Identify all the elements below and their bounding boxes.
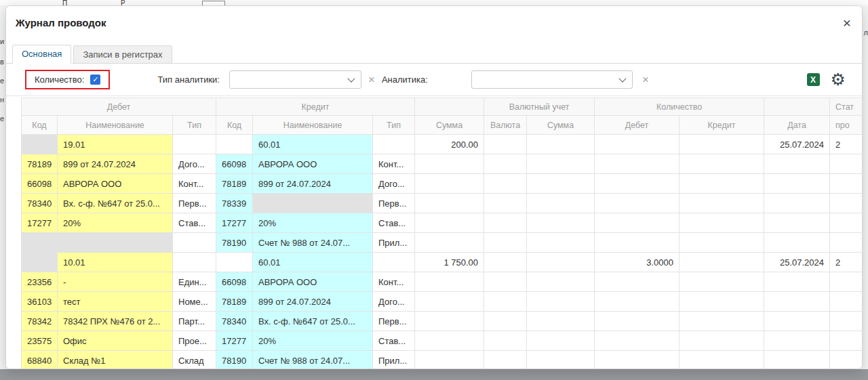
tab-label: Записи в регистрах — [83, 49, 162, 60]
table-cell: 78189 — [216, 174, 253, 194]
table-column-header-row: КодНаименованиеТипКодНаименованиеТипСумм… — [22, 116, 863, 135]
tab-label: Основная — [22, 49, 62, 59]
background-fragment: в — [0, 58, 4, 66]
table-cell — [527, 351, 595, 370]
table-cell: 23575 — [22, 331, 58, 351]
analytics-select[interactable] — [471, 70, 633, 89]
table-cell — [415, 292, 484, 312]
table-cell — [764, 351, 830, 370]
background-fragment: Р — [121, 0, 125, 5]
table-cell — [373, 253, 415, 272]
table-cell — [595, 233, 679, 253]
table-cell: Счет № 988 от 24.07... — [253, 233, 373, 253]
table-cell: Дого... — [373, 292, 415, 312]
table-cell — [484, 312, 527, 331]
table-cell — [173, 233, 216, 253]
table-group-header: Кредит — [216, 98, 415, 116]
table-cell — [830, 194, 863, 213]
table-cell — [679, 351, 764, 370]
table-cell — [595, 292, 679, 312]
table-row[interactable]: 36103тестНоме...78189899 от 24.07.2024До… — [22, 292, 863, 312]
table-cell — [595, 351, 679, 370]
background-fragment: и — [0, 37, 4, 45]
table-row[interactable]: 23356-Един...66098АВРОРА ОООКонт... — [22, 272, 863, 292]
journal-dialog: Журнал проводок × Основная Записи в реги… — [5, 5, 863, 369]
close-icon[interactable]: × — [843, 16, 851, 30]
table-row[interactable]: 7834278342 ПРХ №476 от 2...Парт...78340В… — [22, 312, 863, 331]
table-cell: 78340 — [22, 194, 58, 213]
table-cell: 2 — [830, 135, 863, 154]
table-column-header: Кредит — [679, 116, 764, 135]
analytics-input[interactable] — [428, 71, 471, 88]
table-cell: 899 от 24.07.2024 — [58, 154, 173, 174]
table-cell — [527, 253, 595, 272]
analytics-type-select[interactable] — [229, 70, 361, 89]
gear-icon[interactable]: ⚙ — [831, 71, 846, 88]
excel-export-icon[interactable]: X — [807, 73, 820, 86]
table-row[interactable]: 78189899 от 24.07.2024Дого...66098АВРОРА… — [22, 154, 863, 174]
table-cell — [484, 154, 527, 174]
table-row[interactable]: 1727720%Став...1727720%Став... — [22, 213, 863, 233]
table-cell: 899 от 24.07.2024 — [253, 174, 373, 194]
table-cell: Парт... — [173, 312, 216, 331]
table-cell: тест — [58, 292, 173, 312]
table-cell — [415, 213, 484, 233]
quantity-checkbox[interactable]: ✓ — [90, 75, 100, 85]
table-cell: 60.01 — [253, 253, 373, 272]
table-cell — [830, 174, 863, 194]
table-cell: 78339 — [216, 194, 253, 213]
table-cell — [595, 272, 679, 292]
table-cell: Склад №1 — [58, 351, 173, 370]
table-row[interactable]: 10.0160.011 750.003.000025.07.20242 — [22, 253, 863, 272]
table-cell — [373, 135, 415, 154]
table-cell — [764, 233, 830, 253]
table-column-header: про — [830, 116, 863, 135]
table-cell — [595, 174, 679, 194]
table-cell — [679, 135, 764, 154]
tab-main[interactable]: Основная — [12, 45, 71, 64]
table-row[interactable]: 78190Счет № 988 от 24.07...Прил... — [22, 233, 863, 253]
table-cell: 2 — [830, 253, 863, 272]
clear-analytics-type-icon[interactable]: × — [368, 74, 375, 85]
clear-analytics-icon[interactable]: × — [642, 74, 649, 85]
table-cell: 20% — [58, 213, 173, 233]
table-cell: 66098 — [22, 174, 58, 194]
table-cell — [484, 253, 527, 272]
table-group-header: Количество — [595, 98, 764, 116]
table-cell: 66098 — [216, 154, 253, 174]
table-row[interactable]: 19.0160.01200.0025.07.20242 — [22, 135, 863, 154]
table-cell — [830, 213, 863, 233]
table-cell — [415, 272, 484, 292]
table-row[interactable]: 66098АВРОРА ОООКонт...78189899 от 24.07.… — [22, 174, 863, 194]
table-cell: 78190 — [216, 233, 253, 253]
table-cell: Став... — [373, 213, 415, 233]
table-cell — [415, 194, 484, 213]
table-cell — [679, 312, 764, 331]
table-column-header: Тип — [173, 116, 216, 135]
table-row[interactable]: 78340Вх. с-ф. №647 от 25.0...Перв...7833… — [22, 194, 863, 213]
table-cell — [679, 154, 764, 174]
table-column-header: Код — [22, 116, 58, 135]
table-cell: 66098 — [216, 272, 253, 292]
background-fragment-box — [202, 1, 225, 5]
table-column-header: Наименование — [253, 116, 373, 135]
table-cell — [527, 312, 595, 331]
table-cell — [484, 272, 527, 292]
background-right-strip: л — [863, 5, 868, 369]
table-cell: 10.01 — [58, 253, 173, 272]
table-group-header: Валютный учет — [484, 98, 595, 116]
background-fragment: е — [0, 77, 4, 85]
table-cell — [830, 272, 863, 292]
table-cell — [764, 331, 830, 351]
table-cell — [830, 312, 863, 331]
table-row[interactable]: 68840Склад №1Склад78190Счет № 988 от 24.… — [22, 351, 863, 370]
table-cell — [173, 135, 216, 154]
table-row[interactable]: 23575ОфисПрое...1727720%Став... — [22, 331, 863, 351]
tab-bar: Основная Записи в регистрах — [6, 45, 862, 64]
background-fragment: е — [0, 114, 4, 123]
tab-register-records[interactable]: Записи в регистрах — [73, 45, 172, 63]
table-cell: Перв... — [173, 194, 216, 213]
table-cell — [484, 233, 527, 253]
table-cell — [679, 253, 764, 272]
table-cell — [764, 194, 830, 213]
